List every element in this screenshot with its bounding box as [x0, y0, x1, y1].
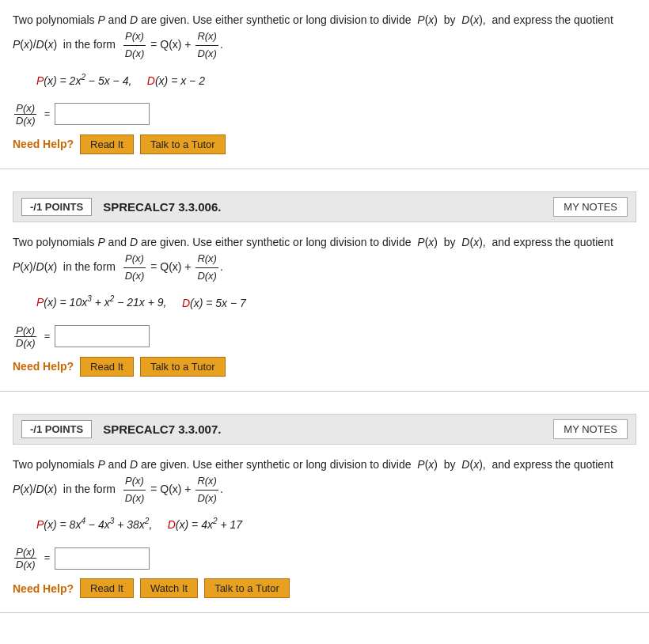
- need-help-0: Need Help? Read It Talk to a Tutor: [13, 134, 636, 154]
- equation-line-2: P(x) = 8x4 − 4x3 + 38x2, D(x) = 4x2 + 17: [36, 515, 636, 536]
- answer-line-2: P(x) D(x) =: [13, 546, 636, 570]
- need-help-label-0: Need Help?: [13, 138, 74, 150]
- need-help-1: Need Help? Read It Talk to a Tutor: [13, 357, 636, 377]
- points-badge-1: -/1 POINTS: [21, 198, 92, 216]
- problem-section-1: -/1 POINTS SPRECALC7 3.3.006. MY NOTES T…: [0, 177, 649, 392]
- talk-to-tutor-button-0[interactable]: Talk to a Tutor: [140, 134, 226, 154]
- read-it-button-2[interactable]: Read It: [80, 578, 134, 598]
- talk-to-tutor-button-1[interactable]: Talk to a Tutor: [140, 357, 226, 377]
- answer-line-1: P(x) D(x) =: [13, 324, 636, 349]
- my-notes-button-2[interactable]: MY NOTES: [553, 419, 628, 439]
- answer-input-2[interactable]: [55, 547, 150, 570]
- need-help-label-1: Need Help?: [13, 360, 74, 373]
- need-help-2: Need Help? Read It Watch It Talk to a Tu…: [13, 578, 636, 598]
- equation-line-1: P(x) = 10x3 + x2 − 21x + 9, D(x) = 5x − …: [36, 293, 636, 313]
- problem-header-2: -/1 POINTS SPRECALC7 3.3.007. MY NOTES: [13, 414, 636, 445]
- intro-text-0: Two polynomials P and D are given. Use e…: [13, 11, 636, 63]
- problem-id-1: SPRECALC7 3.3.006.: [103, 200, 553, 214]
- answer-fraction-1: P(x) D(x) =: [13, 324, 50, 349]
- problem-section-0: Two polynomials P and D are given. Use e…: [0, 0, 649, 169]
- problem-header-1: -/1 POINTS SPRECALC7 3.3.006. MY NOTES: [13, 191, 636, 222]
- problem-id-2: SPRECALC7 3.3.007.: [103, 422, 553, 436]
- read-it-button-1[interactable]: Read It: [80, 357, 134, 377]
- points-badge-2: -/1 POINTS: [21, 420, 92, 438]
- my-notes-button-1[interactable]: MY NOTES: [553, 197, 628, 217]
- intro-text-2: Two polynomials P and D are given. Use e…: [13, 456, 636, 507]
- watch-it-button-2[interactable]: Watch It: [140, 578, 198, 598]
- need-help-label-2: Need Help?: [13, 582, 74, 595]
- equation-line-0: P(x) = 2x2 − 5x − 4, D(x) = x − 2: [36, 70, 636, 91]
- answer-line-0: P(x) D(x) =: [13, 102, 636, 127]
- answer-fraction-0: P(x) D(x) =: [13, 102, 50, 127]
- problem-section-2: -/1 POINTS SPRECALC7 3.3.007. MY NOTES T…: [0, 400, 649, 614]
- answer-fraction-2: P(x) D(x) =: [13, 546, 50, 570]
- answer-input-0[interactable]: [55, 103, 150, 125]
- read-it-button-0[interactable]: Read It: [80, 134, 134, 154]
- intro-text-1: Two polynomials P and D are given. Use e…: [13, 233, 636, 285]
- talk-to-tutor-button-2[interactable]: Talk to a Tutor: [204, 578, 290, 598]
- answer-input-1[interactable]: [55, 325, 150, 347]
